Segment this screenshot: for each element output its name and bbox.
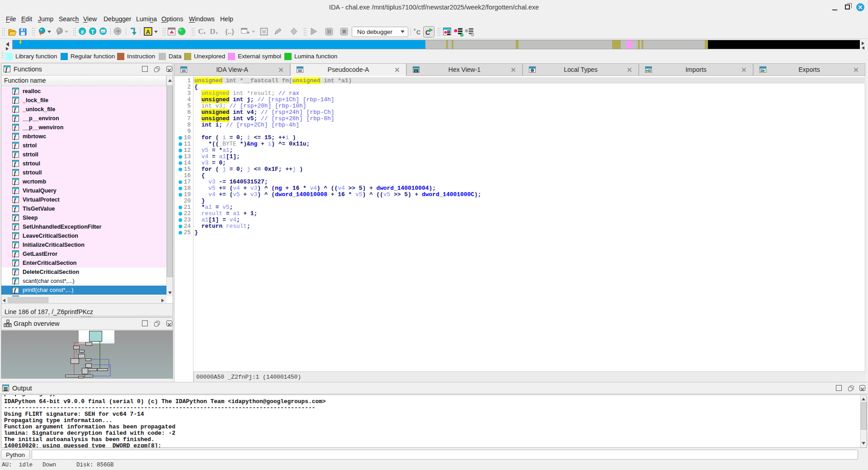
svg-text:{..}: {..}	[225, 28, 234, 35]
svg-text:T: T	[91, 29, 94, 35]
svg-text:C: C	[198, 27, 203, 36]
svg-text:A: A	[146, 28, 151, 35]
svg-text:No debugger: No debugger	[357, 28, 393, 35]
svg-text:#: #	[81, 29, 84, 35]
svg-text:D: D	[210, 27, 215, 36]
svg-text:xxx: xxx	[101, 30, 105, 33]
svg-text:C: C	[416, 29, 421, 36]
